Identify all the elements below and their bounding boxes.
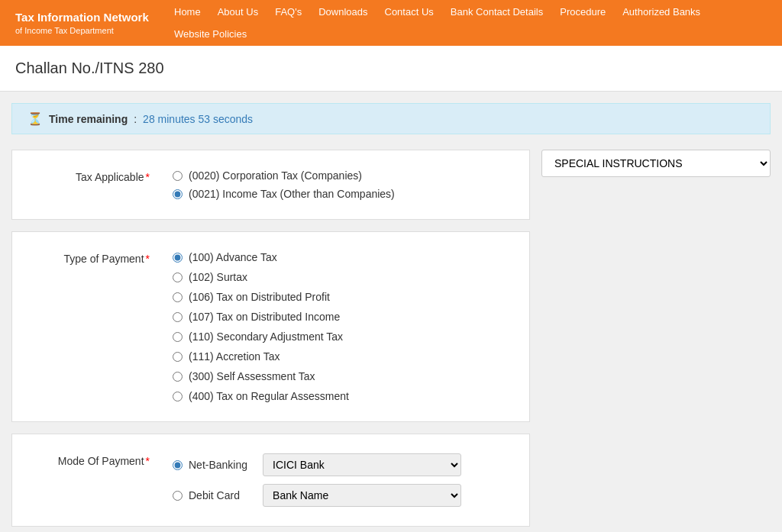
type-of-payment-card: Type of Payment* (100) Advance Tax(102) … <box>11 231 530 422</box>
special-instructions-dropdown[interactable]: SPECIAL INSTRUCTIONS <box>541 150 771 177</box>
payment-type-radio-6[interactable] <box>173 372 183 382</box>
nav-item-about[interactable]: About Us <box>212 3 264 21</box>
payment-type-option-1[interactable]: (102) Surtax <box>173 271 349 283</box>
payment-type-text-3: (107) Tax on Distributed Income <box>189 311 340 323</box>
payment-type-option-3[interactable]: (107) Tax on Distributed Income <box>173 311 349 323</box>
payment-type-radio-4[interactable] <box>173 332 183 342</box>
type-of-payment-row: Type of Payment* (100) Advance Tax(102) … <box>27 251 514 402</box>
payment-type-option-7[interactable]: (400) Tax on Regular Assessment <box>173 390 349 402</box>
nav-item-downloads[interactable]: Downloads <box>312 3 373 21</box>
nav-item-website-policies[interactable]: Website Policies <box>168 25 253 43</box>
tax-applicable-card: Tax Applicable* (0020) Corporation Tax (… <box>11 150 530 220</box>
site-logo: Tax Information Network of Income Tax De… <box>15 10 168 36</box>
nav-item-home[interactable]: Home <box>168 3 207 21</box>
payment-type-radio-7[interactable] <box>173 392 183 401</box>
sidebar: SPECIAL INSTRUCTIONS <box>541 150 771 527</box>
logo-line2: of Income Tax Department <box>15 25 168 36</box>
payment-type-option-5[interactable]: (111) Accretion Tax <box>173 350 349 363</box>
tax-applicable-radio-1[interactable] <box>173 189 183 199</box>
payment-type-text-7: (400) Tax on Regular Assessment <box>189 390 349 402</box>
tax-applicable-row: Tax Applicable* (0020) Corporation Tax (… <box>27 169 514 200</box>
payment-type-radio-2[interactable] <box>173 292 183 302</box>
payment-type-option-0[interactable]: (100) Advance Tax <box>173 251 349 263</box>
type-of-payment-label: Type of Payment* <box>27 251 150 265</box>
mode-of-payment-row: Mode Of Payment* Net-BankingICICI BankSB… <box>27 453 514 507</box>
timer-value: 28 minutes 53 seconds <box>143 113 253 125</box>
logo-line1: Tax Information Network <box>15 10 168 25</box>
timer-bar: ⏳ Time remaining: 28 minutes 53 seconds <box>11 103 771 134</box>
timer-label: Time remaining <box>49 113 128 125</box>
mode-payment-grid: Net-BankingICICI BankSBIHDFC BankAxis Ba… <box>173 453 461 507</box>
nav-item-contact[interactable]: Contact Us <box>379 3 440 21</box>
required-star: * <box>146 171 150 183</box>
nav-item-authorized-banks[interactable]: Authorized Banks <box>616 3 706 21</box>
required-star-mode: * <box>146 455 150 467</box>
payment-type-text-6: (300) Self Assessment Tax <box>189 370 315 382</box>
payment-type-option-2[interactable]: (106) Tax on Distributed Profit <box>173 291 349 303</box>
nav-item-bank-contact[interactable]: Bank Contact Details <box>444 3 549 21</box>
page-title: Challan No./ITNS 280 <box>15 60 767 77</box>
payment-type-option-4[interactable]: (110) Secondary Adjustment Tax <box>173 330 349 343</box>
mode-dropdown-debit-card[interactable]: Bank NameICICI BankSBIHDFC Bank <box>263 484 461 507</box>
main-nav: HomeAbout UsFAQ'sDownloadsContact UsBank… <box>168 3 767 43</box>
payment-type-text-2: (106) Tax on Distributed Profit <box>189 291 330 303</box>
mode-label-debit-card: Debit Card <box>189 489 240 501</box>
payment-type-option-6[interactable]: (300) Self Assessment Tax <box>173 370 349 382</box>
header: Tax Information Network of Income Tax De… <box>0 0 782 46</box>
tax-applicable-option-1[interactable]: (0021) Income Tax (Other than Companies) <box>173 188 395 200</box>
payment-type-text-5: (111) Accretion Tax <box>189 350 280 363</box>
nav-item-procedure[interactable]: Procedure <box>554 3 612 21</box>
mode-option-net-banking[interactable]: Net-Banking <box>173 459 247 471</box>
tax-applicable-text-1: (0021) Income Tax (Other than Companies) <box>189 188 395 200</box>
required-star-payment: * <box>146 253 150 265</box>
mode-radio-net-banking[interactable] <box>173 460 183 470</box>
mode-of-payment-card: Mode Of Payment* Net-BankingICICI BankSB… <box>11 434 530 527</box>
tax-applicable-options: (0020) Corporation Tax (Companies)(0021)… <box>173 169 395 200</box>
main-content: Tax Applicable* (0020) Corporation Tax (… <box>0 142 782 532</box>
payment-type-text-1: (102) Surtax <box>189 271 247 283</box>
payment-type-text-4: (110) Secondary Adjustment Tax <box>189 330 343 343</box>
page-title-bar: Challan No./ITNS 280 <box>0 46 782 92</box>
payment-type-radio-5[interactable] <box>173 352 183 362</box>
mode-option-debit-card[interactable]: Debit Card <box>173 489 247 501</box>
clock-icon: ⏳ <box>27 111 43 126</box>
mode-of-payment-label: Mode Of Payment* <box>27 453 150 467</box>
mode-radio-debit-card[interactable] <box>173 491 183 501</box>
tax-applicable-text-0: (0020) Corporation Tax (Companies) <box>189 169 362 182</box>
mode-label-net-banking: Net-Banking <box>189 459 247 471</box>
tax-applicable-radio-0[interactable] <box>173 171 183 181</box>
form-area: Tax Applicable* (0020) Corporation Tax (… <box>11 150 530 527</box>
payment-type-radio-1[interactable] <box>173 272 183 282</box>
mode-dropdown-net-banking[interactable]: ICICI BankSBIHDFC BankAxis BankPNB <box>263 453 461 476</box>
payment-type-options: (100) Advance Tax(102) Surtax(106) Tax o… <box>173 251 349 402</box>
tax-applicable-label: Tax Applicable* <box>27 169 150 183</box>
tax-applicable-option-0[interactable]: (0020) Corporation Tax (Companies) <box>173 169 395 182</box>
payment-type-radio-0[interactable] <box>173 253 183 263</box>
nav-item-faqs[interactable]: FAQ's <box>269 3 308 21</box>
payment-type-text-0: (100) Advance Tax <box>189 251 277 263</box>
payment-type-radio-3[interactable] <box>173 312 183 322</box>
